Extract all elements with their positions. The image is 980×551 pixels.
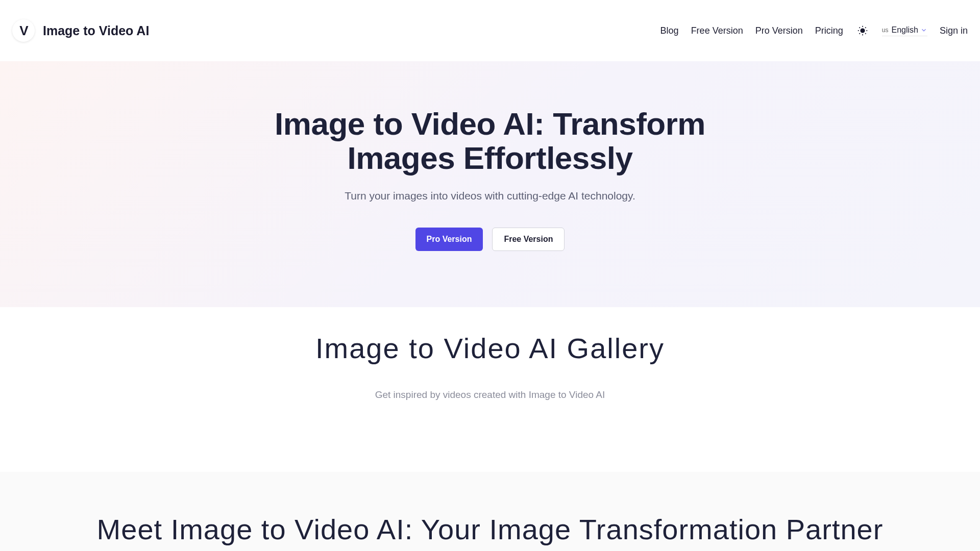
partner-title: Meet Image to Video AI: Your Image Trans… xyxy=(0,513,980,546)
language-prefix: us xyxy=(882,27,889,34)
hero-title: Image to Video AI: Transform Images Effo… xyxy=(260,107,720,176)
language-selector[interactable]: us English xyxy=(882,26,927,36)
hero-subtitle: Turn your images into videos with cuttin… xyxy=(0,190,980,202)
nav-pricing[interactable]: Pricing xyxy=(815,26,843,36)
gallery-subtitle: Get inspired by videos created with Imag… xyxy=(0,389,980,400)
nav-pro-version[interactable]: Pro Version xyxy=(755,26,803,36)
gallery-title: Image to Video AI Gallery xyxy=(0,332,980,365)
signin-link[interactable]: Sign in xyxy=(940,26,968,36)
theme-toggle-button[interactable] xyxy=(855,23,870,38)
cta-free-version-button[interactable]: Free Version xyxy=(492,228,565,251)
main-nav: Blog Free Version Pro Version Pricing us… xyxy=(660,23,968,38)
logo-icon: V xyxy=(12,19,35,42)
svg-line-4 xyxy=(865,33,866,34)
hero-section: Image to Video AI: Transform Images Effo… xyxy=(0,61,980,307)
chevron-down-icon xyxy=(920,27,927,34)
svg-line-8 xyxy=(865,28,866,28)
logo-group[interactable]: V Image to Video AI xyxy=(12,19,149,42)
svg-line-3 xyxy=(859,28,860,28)
nav-free-version[interactable]: Free Version xyxy=(691,26,743,36)
brand-title: Image to Video AI xyxy=(43,23,149,38)
nav-blog[interactable]: Blog xyxy=(660,26,679,36)
sun-icon xyxy=(857,25,868,36)
partner-section: Meet Image to Video AI: Your Image Trans… xyxy=(0,472,980,551)
hero-cta-group: Pro Version Free Version xyxy=(0,228,980,251)
svg-line-7 xyxy=(859,33,860,34)
language-label: English xyxy=(891,26,918,35)
site-header: V Image to Video AI Blog Free Version Pr… xyxy=(0,0,980,61)
cta-pro-version-button[interactable]: Pro Version xyxy=(415,228,483,251)
gallery-section: Image to Video AI Gallery Get inspired b… xyxy=(0,307,980,472)
svg-point-0 xyxy=(861,29,864,32)
